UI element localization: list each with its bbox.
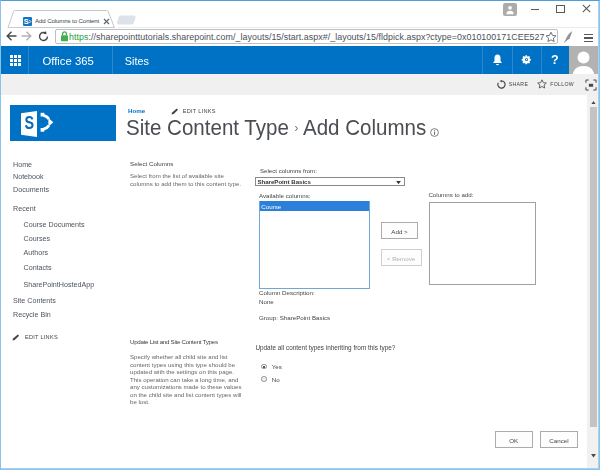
svg-text:S: S — [24, 17, 29, 26]
svg-text:S: S — [25, 114, 35, 133]
